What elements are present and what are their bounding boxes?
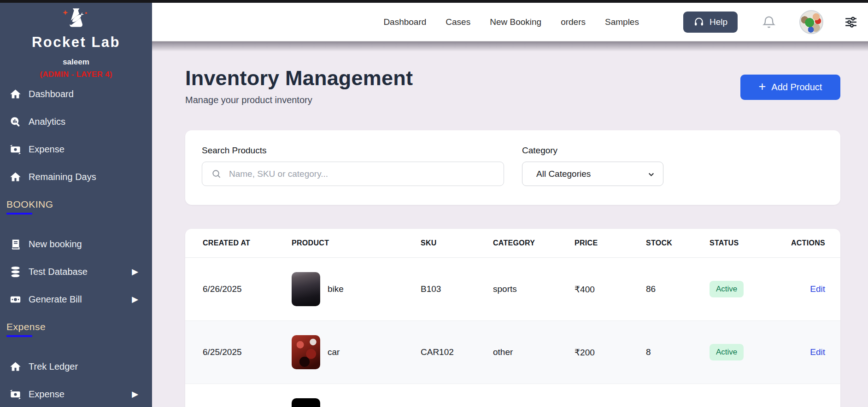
product-image	[292, 398, 320, 407]
sidebar: Rocket Lab saleem (ADMIN - LAYER 4) Dash…	[0, 0, 152, 407]
section-header-booking: BOOKING	[0, 199, 152, 215]
search-group: Search Products	[202, 145, 504, 205]
nav-link-samples[interactable]: Samples	[605, 17, 639, 27]
page-title: Inventory Management	[185, 66, 413, 90]
category-select[interactable]: All Categories	[522, 162, 663, 186]
money-transfer-icon	[9, 143, 22, 156]
user-avatar[interactable]	[799, 10, 823, 34]
filter-card: Search Products Category All Categories	[185, 130, 840, 205]
book-icon	[9, 238, 22, 250]
sidebar-item-label: Generate Bill	[29, 294, 82, 305]
sidebar-item-dashboard[interactable]: Dashboard	[0, 85, 152, 103]
section-label: Expense	[6, 321, 152, 332]
cell-actions: Edit	[786, 347, 825, 357]
nav-link-orders[interactable]: orders	[561, 17, 586, 27]
sidebar-item-test-database[interactable]: Test Database ▶	[0, 262, 152, 281]
sidebar-item-label: Remaining Days	[29, 172, 96, 182]
banknote-icon	[9, 293, 22, 306]
sidebar-item-expense[interactable]: Expense	[0, 140, 152, 158]
nav-link-new-booking[interactable]: New Booking	[490, 17, 541, 27]
user-name: saleem	[0, 58, 152, 67]
cell-product-name: bike	[328, 284, 344, 294]
analytics-search-icon	[9, 116, 22, 128]
chevron-down-icon	[646, 169, 657, 180]
headset-icon	[693, 17, 704, 28]
sidebar-item-analytics[interactable]: Analytics	[0, 112, 152, 131]
sidebar-item-label: New booking	[29, 239, 82, 250]
product-image	[292, 335, 320, 369]
page-header: Inventory Management Manage your product…	[185, 66, 413, 105]
nav-link-dashboard[interactable]: Dashboard	[383, 17, 426, 27]
col-header-product: PRODUCT	[292, 239, 421, 247]
sidebar-item-label: Test Database	[29, 267, 88, 277]
edit-link[interactable]: Edit	[810, 284, 825, 294]
top-black-strip	[0, 0, 868, 3]
cell-status: Active	[710, 281, 786, 297]
cell-status: Active	[710, 344, 786, 360]
sidebar-item-label: Expense	[29, 389, 65, 400]
add-product-button[interactable]: + Add Product	[740, 75, 840, 100]
home-icon	[9, 360, 22, 373]
rocket-flask-icon	[60, 6, 92, 33]
col-header-price: PRICE	[575, 239, 646, 247]
section-label: BOOKING	[6, 199, 152, 210]
search-input[interactable]	[202, 162, 504, 186]
add-product-label: Add Product	[771, 82, 822, 93]
nav-link-cases[interactable]: Cases	[446, 17, 470, 27]
section-header-expense: Expense	[0, 321, 152, 337]
table-row: Active	[185, 384, 840, 407]
cell-stock: 8	[646, 347, 710, 357]
sidebar-item-label: Trek Ledger	[29, 361, 78, 372]
top-navbar: Dashboard Cases New Booking orders Sampl…	[152, 3, 868, 41]
search-icon	[211, 169, 222, 179]
col-header-status: STATUS	[710, 239, 786, 247]
chevron-right-icon: ▶	[132, 390, 138, 398]
help-label: Help	[710, 17, 727, 27]
sidebar-item-trek-ledger[interactable]: Trek Ledger	[0, 357, 152, 376]
col-header-actions: ACTIONS	[786, 239, 825, 247]
home-icon	[9, 171, 22, 183]
cell-stock: 86	[646, 284, 710, 294]
col-header-sku: SKU	[421, 239, 493, 247]
cell-product: car	[292, 335, 421, 369]
filter-sliders-icon[interactable]	[844, 15, 858, 29]
search-box	[202, 162, 504, 186]
help-button[interactable]: Help	[683, 12, 738, 33]
cell-created-at: 6/26/2025	[203, 284, 292, 294]
category-group: Category All Categories	[522, 145, 663, 205]
home-icon	[9, 88, 22, 100]
search-products-label: Search Products	[202, 145, 504, 156]
cell-product	[292, 398, 421, 407]
money-transfer-icon	[9, 388, 22, 401]
cell-actions: Edit	[786, 284, 825, 294]
edit-link[interactable]: Edit	[810, 347, 825, 357]
products-table: CREATED AT PRODUCT SKU CATEGORY PRICE ST…	[185, 229, 840, 407]
chevron-right-icon: ▶	[132, 295, 138, 303]
table-row: 6/25/2025 car CAR102 other ₹200 8 Active…	[185, 321, 840, 384]
sidebar-item-new-booking[interactable]: New booking	[0, 235, 152, 253]
cell-category: sports	[493, 284, 575, 294]
status-badge: Active	[710, 344, 744, 360]
table-row: 6/26/2025 bike B103 sports ₹400 86 Activ…	[185, 258, 840, 321]
cell-product-name: car	[328, 347, 340, 357]
category-label: Category	[522, 145, 663, 156]
app-logo[interactable]: Rocket Lab	[0, 6, 152, 51]
status-badge: Active	[710, 281, 744, 297]
section-underline	[6, 213, 32, 215]
cell-price: ₹400	[575, 284, 646, 295]
chevron-right-icon: ▶	[132, 267, 138, 276]
section-underline	[6, 335, 32, 337]
cell-sku: B103	[421, 284, 493, 294]
table-header-row: CREATED AT PRODUCT SKU CATEGORY PRICE ST…	[185, 229, 840, 258]
sidebar-item-remaining-days[interactable]: Remaining Days	[0, 168, 152, 186]
notification-bell-icon[interactable]	[762, 15, 776, 29]
sidebar-item-generate-bill[interactable]: Generate Bill ▶	[0, 290, 152, 308]
cell-sku: CAR102	[421, 347, 493, 357]
sidebar-item-expense-2[interactable]: Expense ▶	[0, 385, 152, 403]
cell-price: ₹200	[575, 347, 646, 358]
col-header-created-at: CREATED AT	[203, 239, 292, 247]
product-image	[292, 272, 320, 306]
cell-category: other	[493, 347, 575, 357]
page-subtitle: Manage your product inventory	[185, 95, 413, 105]
col-header-stock: STOCK	[646, 239, 710, 247]
